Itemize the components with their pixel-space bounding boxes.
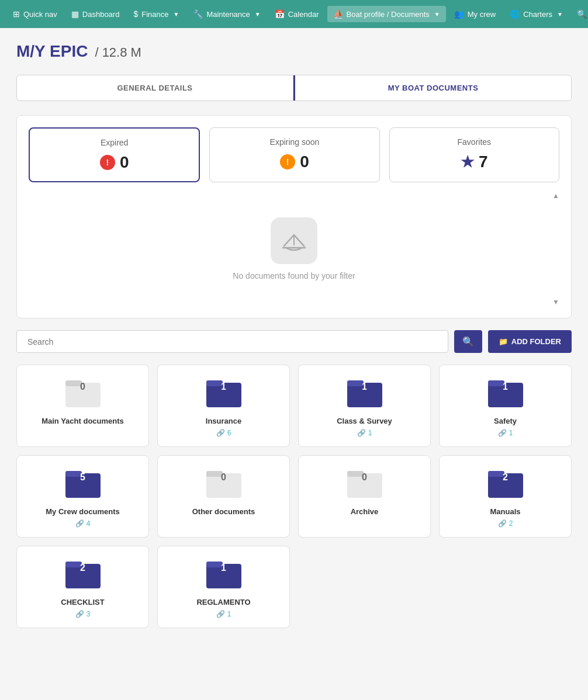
folder-name: Insurance	[206, 417, 241, 425]
expired-card[interactable]: Expired ! 0	[29, 127, 200, 182]
nav-finance[interactable]: $ Finance ▼	[127, 6, 185, 22]
folder-card-other-docs[interactable]: 0 Other documents	[157, 455, 290, 538]
add-folder-button[interactable]: 📁 ADD FOLDER	[488, 330, 572, 353]
folder-icon-wrap: 1	[206, 377, 241, 410]
search-button[interactable]: 🔍	[454, 330, 482, 353]
svg-rect-2	[65, 380, 82, 386]
expiring-soon-card[interactable]: Expiring soon ! 0	[209, 127, 379, 182]
boat-profile-arrow-icon: ▼	[434, 11, 440, 18]
folder-name: Main Yacht documents	[41, 417, 124, 425]
folder-links: 2	[509, 519, 513, 528]
charters-arrow-icon: ▼	[557, 11, 563, 18]
folder-count-badge: 1	[221, 563, 226, 573]
favorites-value: ★ 7	[402, 153, 547, 171]
stats-row: Expired ! 0 Expiring soon ! 0 Favorites …	[29, 127, 559, 182]
maintenance-icon: 🔧	[193, 9, 203, 19]
boat-icon: ⛵	[333, 9, 343, 19]
nav-search[interactable]: 🔍 Search ▼	[571, 6, 588, 22]
nav-calendar[interactable]: 📅 Calendar	[269, 6, 325, 22]
folder-links: 6	[227, 429, 231, 437]
svg-rect-8	[488, 380, 504, 386]
expired-badge: !	[100, 155, 115, 170]
folder-name: Manuals	[490, 507, 520, 516]
expiring-soon-value: ! 0	[222, 153, 367, 171]
no-docs-text: No documents found by your filter	[233, 271, 355, 280]
expiring-soon-label: Expiring soon	[222, 137, 367, 147]
expired-label: Expired	[41, 138, 187, 147]
folder-count-badge: 2	[503, 472, 508, 483]
svg-rect-16	[488, 471, 504, 477]
folder-name: REGLAMENTO	[196, 598, 250, 607]
link-icon: 🔗	[357, 429, 366, 437]
quick-nav-icon: ⊞	[13, 9, 20, 19]
folder-card-safety[interactable]: 1 Safety 🔗1	[439, 365, 572, 447]
folder-card-reglamento[interactable]: 1 REGLAMENTO 🔗1	[157, 546, 290, 628]
folder-count-badge: 2	[80, 563, 85, 573]
link-icon: 🔗	[75, 610, 84, 618]
boat-name: M/Y EPIC	[16, 42, 88, 61]
folder-icon-wrap: 1	[488, 377, 523, 410]
tab-my-boat-documents[interactable]: MY BOAT DOCUMENTS	[293, 75, 571, 101]
add-folder-icon: 📁	[499, 337, 508, 346]
nav-charters[interactable]: 🌐 Charters ▼	[504, 6, 569, 22]
folder-icon-wrap: 2	[488, 467, 523, 500]
svg-rect-12	[206, 471, 223, 477]
collapse-up-arrow[interactable]: ▲	[29, 192, 559, 200]
folder-links: 1	[368, 429, 372, 437]
folder-icon-wrap: 1	[206, 558, 241, 591]
nav-dashboard[interactable]: ▦ Dashboard	[65, 6, 126, 22]
nav-quick-nav[interactable]: ⊞ Quick nav	[7, 6, 63, 22]
expiring-soon-badge: !	[280, 154, 295, 169]
folder-count-badge: 1	[503, 382, 508, 392]
folder-card-manuals[interactable]: 2 Manuals 🔗2	[439, 455, 572, 538]
folder-icon-wrap: 0	[65, 377, 101, 410]
folder-icon-wrap: 0	[347, 467, 382, 500]
folder-card-checklist[interactable]: 2 CHECKLIST 🔗3	[16, 546, 149, 628]
folder-name: Archive	[351, 507, 379, 516]
charters-icon: 🌐	[510, 9, 520, 19]
svg-rect-18	[65, 562, 82, 567]
folder-links: 1	[509, 429, 513, 437]
svg-rect-20	[206, 562, 223, 567]
folder-links: 4	[87, 519, 91, 528]
folder-meta: 🔗4	[75, 519, 91, 528]
link-icon: 🔗	[75, 519, 84, 528]
folder-name: Other documents	[192, 507, 255, 516]
tab-bar: GENERAL DETAILS MY BOAT DOCUMENTS	[16, 75, 572, 101]
expired-value: ! 0	[41, 153, 187, 172]
folder-links: 1	[227, 610, 231, 618]
folder-icon-wrap: 2	[65, 558, 101, 591]
folder-card-archive[interactable]: 0 Archive	[298, 455, 431, 538]
favorites-label: Favorites	[402, 137, 547, 147]
favorites-card[interactable]: Favorites ★ 7	[389, 127, 559, 182]
link-icon: 🔗	[498, 519, 507, 528]
folder-card-class-survey[interactable]: 1 Class & Survey 🔗1	[298, 365, 431, 447]
folder-count-badge: 1	[221, 382, 226, 392]
navbar: ⊞ Quick nav ▦ Dashboard $ Finance ▼ 🔧 Ma…	[0, 0, 588, 28]
calendar-icon: 📅	[275, 9, 285, 19]
folder-card-insurance[interactable]: 1 Insurance 🔗6	[157, 365, 290, 447]
svg-rect-10	[65, 471, 82, 477]
folder-count-badge: 5	[80, 472, 85, 483]
folder-meta: 🔗1	[357, 429, 372, 437]
folder-card-main-yacht[interactable]: 0 Main Yacht documents	[16, 365, 149, 447]
boat-title: M/Y EPIC / 12.8 M	[16, 42, 572, 61]
folder-meta: 🔗1	[216, 610, 231, 618]
stats-section: Expired ! 0 Expiring soon ! 0 Favorites …	[16, 115, 572, 318]
collapse-down-arrow[interactable]: ▼	[29, 298, 559, 306]
nav-maintenance[interactable]: 🔧 Maintenance ▼	[187, 6, 266, 22]
tab-general-details[interactable]: GENERAL DETAILS	[17, 75, 293, 101]
folder-card-my-crew[interactable]: 5 My Crew documents 🔗4	[16, 455, 149, 538]
main-content: M/Y EPIC / 12.8 M GENERAL DETAILS MY BOA…	[0, 28, 588, 642]
star-icon: ★	[461, 153, 474, 171]
nav-boat-profile[interactable]: ⛵ Boat profile / Documents ▼	[327, 6, 446, 22]
search-input[interactable]	[23, 331, 442, 352]
nav-my-crew[interactable]: 👥 My crew	[448, 6, 501, 22]
folder-count-badge: 0	[221, 472, 226, 483]
folder-name: My Crew documents	[46, 507, 119, 516]
search-nav-icon: 🔍	[577, 9, 587, 19]
folder-meta: 🔗3	[75, 610, 91, 618]
link-icon: 🔗	[498, 429, 507, 437]
folder-links: 3	[87, 610, 91, 618]
link-icon: 🔗	[216, 429, 225, 437]
